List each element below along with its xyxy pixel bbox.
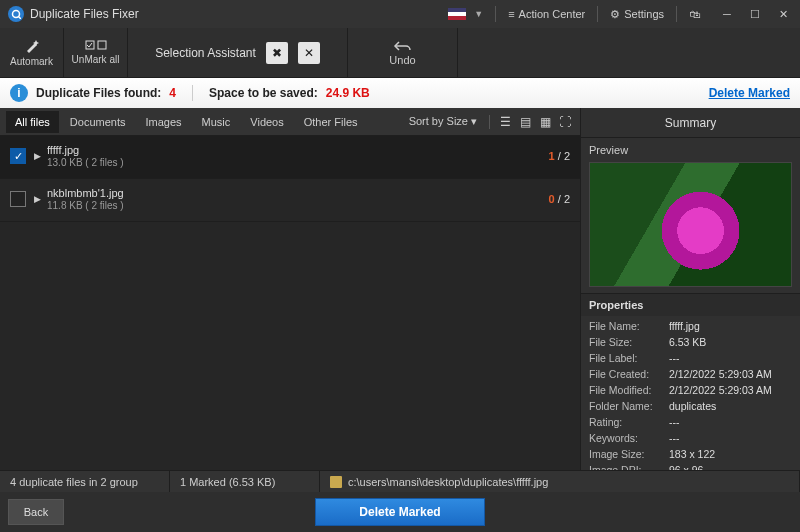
- automark-button[interactable]: Automark: [0, 28, 64, 77]
- svg-line-1: [19, 17, 22, 20]
- right-pane: Summary Preview Properties File Name:fff…: [580, 108, 800, 470]
- cart-icon: 🛍: [689, 8, 700, 20]
- undo-button[interactable]: Undo: [348, 28, 458, 77]
- group-count: 0 / 2: [549, 193, 570, 205]
- property-row: Folder Name:duplicates: [589, 398, 792, 414]
- property-row: Rating:---: [589, 414, 792, 430]
- cart-button[interactable]: 🛍: [689, 8, 700, 20]
- property-row: Image Size:183 x 122: [589, 446, 792, 462]
- action-center-label: Action Center: [519, 8, 586, 20]
- dup-found-count: 4: [169, 86, 176, 100]
- group-meta: 11.8 KB ( 2 files ): [47, 200, 549, 211]
- file-filter-tabs: All files Documents Images Music Videos …: [0, 108, 580, 136]
- left-pane: All files Documents Images Music Videos …: [0, 108, 580, 470]
- group-meta: 13.0 KB ( 2 files ): [47, 157, 549, 168]
- bars-icon: ≡: [508, 8, 514, 20]
- group-filename: nkblmbmb'1.jpg: [47, 187, 549, 199]
- view-detail-icon[interactable]: ▤: [516, 113, 534, 131]
- app-title: Duplicate Files Fixer: [30, 7, 139, 21]
- file-list: ▶ fffff.jpg 13.0 KB ( 2 files ) 1 / 2 ▶ …: [0, 136, 580, 470]
- flower-image-icon: [590, 163, 791, 286]
- group-count: 1 / 2: [549, 150, 570, 162]
- chevron-down-icon[interactable]: ▼: [474, 9, 483, 19]
- undo-icon: [393, 40, 413, 52]
- property-row: File Created:2/12/2022 5:29:03 AM: [589, 366, 792, 382]
- tab-documents[interactable]: Documents: [61, 111, 135, 133]
- properties-list: File Name:fffff.jpg File Size:6.53 KB Fi…: [581, 316, 800, 470]
- preview-label: Preview: [581, 138, 800, 158]
- minimize-button[interactable]: ─: [714, 4, 740, 24]
- property-row: File Modified:2/12/2022 5:29:03 AM: [589, 382, 792, 398]
- wand-dark-icon: ✖: [272, 46, 282, 60]
- gear-icon: ⚙: [610, 8, 620, 21]
- info-icon: i: [10, 84, 28, 102]
- undo-label: Undo: [389, 54, 415, 66]
- back-button[interactable]: Back: [8, 499, 64, 525]
- tab-videos[interactable]: Videos: [241, 111, 292, 133]
- group-filename: fffff.jpg: [47, 144, 549, 156]
- status-marked: 1 Marked (6.53 KB): [170, 471, 320, 492]
- tab-music[interactable]: Music: [193, 111, 240, 133]
- svg-rect-3: [98, 41, 106, 49]
- dup-found-label: Duplicate Files found:: [36, 86, 161, 100]
- property-row: Keywords:---: [589, 430, 792, 446]
- view-expand-icon[interactable]: ⛶: [556, 113, 574, 131]
- bottom-bar: Back Delete Marked: [0, 492, 800, 532]
- main-area: All files Documents Images Music Videos …: [0, 108, 800, 470]
- automark-label: Automark: [10, 56, 53, 67]
- close-button[interactable]: ✕: [770, 4, 796, 24]
- status-summary: 4 duplicate files in 2 group: [0, 471, 170, 492]
- file-group[interactable]: ▶ fffff.jpg 13.0 KB ( 2 files ) 1 / 2: [0, 136, 580, 179]
- wand-icon: [24, 38, 40, 54]
- property-row: Image DPI:96 x 96: [589, 462, 792, 470]
- svg-point-0: [13, 11, 20, 18]
- status-path-cell: c:\users\mansi\desktop\duplicates\fffff.…: [320, 471, 800, 492]
- unmark-icon: [85, 40, 107, 52]
- status-path: c:\users\mansi\desktop\duplicates\fffff.…: [348, 476, 548, 488]
- app-logo-icon: [8, 6, 24, 22]
- expand-icon[interactable]: ▶: [34, 151, 41, 161]
- info-bar: i Duplicate Files found: 4 Space to be s…: [0, 78, 800, 108]
- preview-image: [589, 162, 792, 287]
- selection-assistant-group: Selection Assistant ✖ ✕: [128, 28, 348, 77]
- settings-label: Settings: [624, 8, 664, 20]
- unmark-all-button[interactable]: UnMark all: [64, 28, 128, 77]
- group-checkbox[interactable]: [10, 148, 26, 164]
- selection-wand-button[interactable]: ✖: [266, 42, 288, 64]
- tab-images[interactable]: Images: [136, 111, 190, 133]
- file-group[interactable]: ▶ nkblmbmb'1.jpg 11.8 KB ( 2 files ) 0 /…: [0, 179, 580, 222]
- property-row: File Label:---: [589, 350, 792, 366]
- settings-button[interactable]: ⚙ Settings: [610, 8, 664, 21]
- property-row: File Name:fffff.jpg: [589, 318, 792, 334]
- properties-header: Properties: [581, 293, 800, 316]
- delete-marked-button[interactable]: Delete Marked: [315, 498, 485, 526]
- toolbar: Automark UnMark all Selection Assistant …: [0, 28, 800, 78]
- space-saved-label: Space to be saved:: [209, 86, 318, 100]
- maximize-button[interactable]: ☐: [742, 4, 768, 24]
- tab-other[interactable]: Other Files: [295, 111, 367, 133]
- summary-header: Summary: [581, 108, 800, 138]
- tab-all-files[interactable]: All files: [6, 111, 59, 133]
- space-saved-value: 24.9 KB: [326, 86, 370, 100]
- delete-marked-link[interactable]: Delete Marked: [709, 86, 790, 100]
- sort-by-dropdown[interactable]: Sort by Size ▾: [409, 115, 477, 128]
- view-grid-icon[interactable]: ▦: [536, 113, 554, 131]
- titlebar: Duplicate Files Fixer ▼ ≡ Action Center …: [0, 0, 800, 28]
- selection-tools-button[interactable]: ✕: [298, 42, 320, 64]
- folder-icon: [330, 476, 342, 488]
- unmark-all-label: UnMark all: [72, 54, 120, 65]
- group-checkbox[interactable]: [10, 191, 26, 207]
- tools-icon: ✕: [304, 46, 314, 60]
- action-center-button[interactable]: ≡ Action Center: [508, 8, 585, 20]
- status-bar: 4 duplicate files in 2 group 1 Marked (6…: [0, 470, 800, 492]
- expand-icon[interactable]: ▶: [34, 194, 41, 204]
- view-list-icon[interactable]: ☰: [496, 113, 514, 131]
- flag-icon[interactable]: [448, 8, 466, 20]
- selection-assistant-label: Selection Assistant: [155, 46, 256, 60]
- property-row: File Size:6.53 KB: [589, 334, 792, 350]
